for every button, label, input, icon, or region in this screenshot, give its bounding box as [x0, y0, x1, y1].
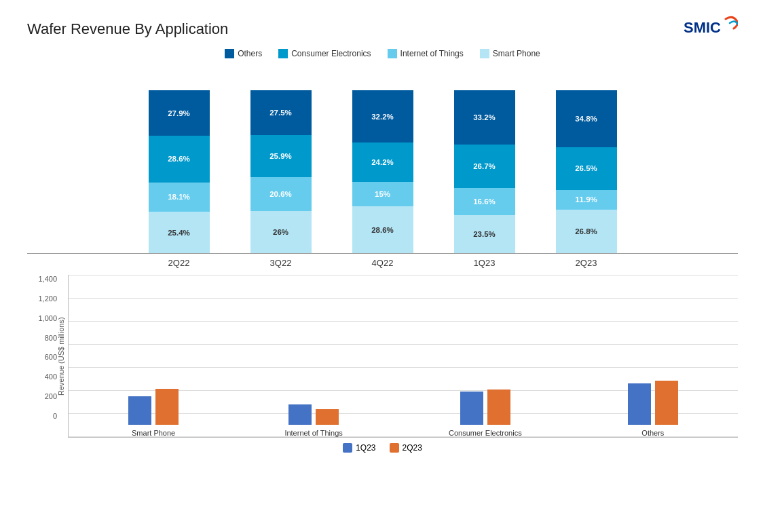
stacked-bar: 23.5%16.6%26.7%33.2% — [454, 90, 515, 253]
bottom-bar-group: Consumer Electronics — [449, 390, 522, 437]
y-tick: 600 — [27, 353, 57, 361]
bar-1q23 — [460, 392, 483, 425]
bottom-legend: 1Q232Q23 — [27, 443, 738, 453]
bar-2q23 — [316, 409, 339, 425]
stacked-bar-group: 26.8%11.9%26.5%34.8% — [556, 90, 617, 253]
svg-text:SMIC: SMIC — [684, 19, 721, 36]
x-axis-labels: 2Q223Q224Q221Q232Q23 — [27, 258, 738, 268]
legend-item: Smart Phone — [480, 49, 540, 58]
stacked-bar: 26.8%11.9%26.5%34.8% — [556, 90, 617, 253]
bar-segment: 28.6% — [352, 206, 413, 253]
bar-segment: 18.1% — [149, 183, 210, 212]
bar-segment: 25.9% — [250, 135, 312, 177]
bar-segment: 16.6% — [454, 188, 515, 215]
bar-1q23 — [128, 396, 151, 425]
y-tick: 400 — [27, 373, 57, 381]
bar-segment: 34.8% — [556, 90, 617, 147]
bottom-legend-item: 2Q23 — [390, 443, 422, 453]
y-tick: 1,400 — [27, 275, 57, 283]
y-tick: 800 — [27, 334, 57, 342]
x-axis-label: 1Q23 — [454, 258, 515, 268]
bottom-bars — [460, 390, 510, 425]
x-axis-label: 2Q22 — [149, 258, 210, 268]
bottom-bars-area: Smart PhoneInternet of ThingsConsumer El… — [68, 275, 738, 438]
legend-color-swatch — [480, 49, 489, 58]
smic-logo: SMIC — [684, 14, 738, 41]
bottom-group-label: Consumer Electronics — [449, 429, 522, 437]
bottom-group-label: Smart Phone — [132, 429, 175, 437]
stacked-bar: 26%20.6%25.9%27.5% — [250, 90, 312, 253]
x-axis-label: 2Q23 — [556, 258, 617, 268]
bar-segment: 15% — [352, 182, 413, 206]
stacked-bar-group: 25.4%18.1%28.6%27.9% — [149, 90, 210, 253]
stacked-bar-group: 28.6%15%24.2%32.2% — [352, 90, 413, 253]
y-axis-label: Revenue (US$ millions) — [57, 275, 65, 438]
x-axis-label: 4Q22 — [352, 258, 413, 268]
bar-segment: 33.2% — [454, 90, 515, 145]
legend-item: Others — [225, 49, 262, 58]
legend-label: Smart Phone — [493, 49, 540, 58]
bottom-bars — [128, 389, 179, 425]
bottom-bars — [288, 404, 339, 425]
bar-segment: 26.7% — [454, 145, 515, 188]
bottom-legend-swatch — [390, 443, 399, 453]
page: SMIC Wafer Revenue By Application Others… — [0, 0, 765, 532]
y-axis-ticks: 1,4001,2001,0008006004002000 — [27, 275, 57, 438]
page-title: Wafer Revenue By Application — [27, 20, 738, 38]
bottom-bars — [628, 381, 678, 425]
legend-label: Internet of Things — [400, 49, 464, 58]
bar-segment: 26.5% — [556, 147, 617, 191]
legend-color-swatch — [388, 49, 397, 58]
bar-segment: 11.9% — [556, 190, 617, 210]
bar-1q23 — [288, 404, 312, 425]
bar-2q23 — [655, 381, 678, 425]
bar-2q23 — [155, 389, 179, 425]
bar-1q23 — [628, 383, 651, 425]
legend-item: Consumer Electronics — [278, 49, 371, 58]
bottom-legend-swatch — [343, 443, 352, 453]
y-tick: 0 — [27, 412, 57, 420]
legend-item: Internet of Things — [388, 49, 464, 58]
bottom-group-label: Others — [641, 429, 664, 437]
bottom-bar-group: Smart Phone — [128, 389, 179, 437]
legend-color-swatch — [225, 49, 234, 58]
y-tick: 1,200 — [27, 294, 57, 303]
stacked-bar-chart: 25.4%18.1%28.6%27.9%26%20.6%25.9%27.5%28… — [27, 64, 738, 254]
bar-segment: 26.8% — [556, 210, 617, 253]
stacked-bar: 28.6%15%24.2%32.2% — [352, 90, 413, 253]
y-tick: 200 — [27, 392, 57, 400]
bar-segment: 28.6% — [149, 136, 210, 183]
bottom-legend-label: 2Q23 — [403, 443, 422, 453]
bottom-bar-group: Others — [628, 381, 678, 437]
bar-segment: 32.2% — [352, 90, 413, 142]
chart-legend: OthersConsumer ElectronicsInternet of Th… — [27, 49, 738, 58]
legend-color-swatch — [278, 49, 288, 58]
bar-segment: 27.9% — [149, 90, 210, 136]
x-axis-label: 3Q22 — [250, 258, 312, 268]
bottom-legend-label: 1Q23 — [356, 443, 375, 453]
bottom-group-label: Internet of Things — [284, 429, 342, 437]
bottom-bar-group: Internet of Things — [284, 404, 342, 437]
bar-segment: 24.2% — [352, 142, 413, 182]
bar-segment: 23.5% — [454, 215, 515, 253]
bar-2q23 — [487, 390, 510, 425]
y-tick: 1,000 — [27, 314, 57, 322]
bottom-bar-chart: 1,4001,2001,0008006004002000 Revenue (US… — [27, 275, 738, 453]
stacked-bar: 25.4%18.1%28.6%27.9% — [149, 90, 210, 253]
bar-segment: 27.5% — [250, 90, 312, 135]
bar-segment: 25.4% — [149, 212, 210, 253]
stacked-bar-group: 23.5%16.6%26.7%33.2% — [454, 90, 515, 253]
bar-segment: 26% — [250, 211, 312, 253]
legend-label: Consumer Electronics — [291, 49, 371, 58]
legend-label: Others — [238, 49, 262, 58]
stacked-bar-group: 26%20.6%25.9%27.5% — [250, 90, 312, 253]
bottom-legend-item: 1Q23 — [343, 443, 375, 453]
bar-segment: 20.6% — [250, 177, 312, 210]
